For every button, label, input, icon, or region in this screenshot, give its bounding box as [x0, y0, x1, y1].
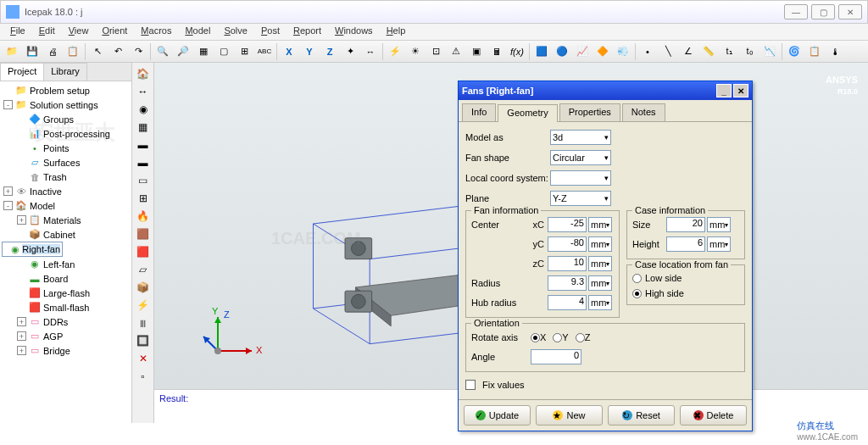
tool-open[interactable]: 📁 — [3, 42, 21, 61]
fan-shape-select[interactable]: Circular — [550, 150, 611, 165]
xc-unit[interactable]: mm — [588, 217, 612, 232]
tree-item-bridge[interactable]: +▭Bridge — [2, 343, 130, 358]
obj-enclosure-icon[interactable]: 📦 — [136, 280, 151, 295]
tool-cursor[interactable]: ↖ — [88, 42, 107, 61]
axis-y[interactable]: Y — [300, 42, 319, 61]
menu-post[interactable]: Post — [254, 24, 287, 40]
menu-solve[interactable]: Solve — [217, 24, 254, 40]
tool-redo[interactable]: ↷ — [129, 42, 147, 61]
tool-zoomarea[interactable]: 🔍 — [153, 42, 172, 61]
obj-vent-icon[interactable]: ▦ — [136, 120, 151, 135]
tool-pt[interactable]: • — [638, 42, 657, 61]
minimize-button[interactable]: — — [784, 4, 808, 19]
high-side-radio[interactable] — [632, 289, 642, 298]
zc-unit[interactable]: mm — [588, 256, 612, 271]
tool-therm[interactable]: 🌡 — [826, 42, 844, 61]
obj-grille-icon[interactable]: ⊞ — [136, 191, 151, 206]
dialog-minimize-button[interactable]: _ — [716, 84, 732, 97]
update-button[interactable]: ✓Update — [464, 405, 531, 426]
xc-input[interactable]: -25 — [548, 217, 587, 232]
menu-file[interactable]: File — [3, 24, 32, 40]
menu-model[interactable]: Model — [178, 24, 217, 40]
zc-input[interactable]: 10 — [548, 256, 587, 271]
rot-x-radio[interactable] — [531, 333, 540, 342]
tool-fx[interactable]: f(x) — [508, 42, 526, 61]
tool-post2[interactable]: 🔵 — [553, 42, 571, 61]
axis-iso[interactable]: ✦ — [341, 42, 359, 61]
tool-warn[interactable]: ⚠ — [447, 42, 465, 61]
yc-input[interactable]: -80 — [548, 236, 587, 252]
tab-project[interactable]: Project — [0, 63, 44, 81]
axis-z[interactable]: Z — [320, 42, 339, 61]
plane-select[interactable]: Y-Z — [550, 191, 611, 206]
obj-wall-icon[interactable]: ▬ — [136, 137, 151, 153]
tree-item-left-fan[interactable]: ◉Left-fan — [2, 257, 130, 271]
tool-post1[interactable]: 🟦 — [532, 42, 551, 61]
obj-block-icon[interactable]: 🟥 — [136, 244, 151, 259]
tree-item-solution-settings[interactable]: -📁Solution settings — [2, 97, 130, 112]
tab-library[interactable]: Library — [43, 63, 87, 81]
tool-plot[interactable]: 📉 — [760, 42, 779, 61]
tool-post4[interactable]: 🔶 — [593, 42, 612, 61]
close-button[interactable]: ✕ — [838, 4, 862, 19]
tree-item-post-processing[interactable]: 📊Post-processing — [2, 126, 130, 141]
fix-values-check[interactable] — [465, 380, 476, 390]
tool-ruler[interactable]: 📏 — [699, 42, 718, 61]
rot-z-radio[interactable] — [576, 333, 585, 342]
tool-ortho[interactable]: ↔ — [361, 42, 380, 61]
tool-view2[interactable]: ▢ — [214, 42, 233, 61]
tool-cfd[interactable]: 🌀 — [785, 42, 804, 61]
menu-view[interactable]: View — [62, 24, 96, 40]
tool-calc[interactable]: 🖩 — [487, 42, 506, 61]
size-input[interactable]: 20 — [666, 217, 705, 232]
tool-radiation[interactable]: ⚡ — [386, 42, 404, 61]
tool-line[interactable]: ╲ — [659, 42, 677, 61]
radius-input[interactable]: 9.3 — [548, 275, 587, 291]
tree-item-groups[interactable]: 🔷Groups — [2, 112, 130, 126]
tool-summary[interactable]: 📋 — [805, 42, 824, 61]
rot-y-radio[interactable] — [553, 333, 562, 342]
menu-windows[interactable]: Windows — [328, 24, 380, 40]
tree-item-right-fan[interactable]: ◉Right-fan — [2, 242, 63, 257]
tool-t0[interactable]: t₀ — [740, 42, 759, 61]
tool-post3[interactable]: 📈 — [573, 42, 592, 61]
tree-item-large-flash[interactable]: 🟥Large-flash — [2, 286, 130, 300]
obj-cancel-icon[interactable]: ✕ — [136, 351, 151, 366]
menu-edit[interactable]: Edit — [32, 24, 62, 40]
tree-item-cabinet[interactable]: 📦Cabinet — [2, 227, 130, 242]
maximize-button[interactable]: ▢ — [811, 4, 835, 19]
tool-view3[interactable]: ⊞ — [235, 42, 253, 61]
dialog-tab-geometry[interactable]: Geometry — [498, 104, 557, 122]
obj-open-icon[interactable]: ▭ — [136, 173, 151, 188]
tool-post5[interactable]: 💨 — [614, 42, 632, 61]
menu-report[interactable]: Report — [287, 24, 328, 40]
tree-item-trash[interactable]: 🗑Trash — [2, 170, 130, 184]
menu-macros[interactable]: Macros — [134, 24, 178, 40]
tree-item-small-flash[interactable]: 🟥Small-flash — [2, 300, 130, 314]
tool-mesh[interactable]: ⊡ — [426, 42, 445, 61]
obj-plate-icon[interactable]: ▱ — [136, 262, 151, 277]
axis-x[interactable]: X — [280, 42, 298, 61]
tree-item-inactive[interactable]: +👁Inactive — [2, 184, 130, 198]
obj-model-icon[interactable]: 🏠 — [136, 66, 151, 81]
size-unit[interactable]: mm — [707, 217, 731, 232]
obj-source-icon[interactable]: 🔥 — [136, 209, 151, 224]
tree-item-materials[interactable]: +📋Materials — [2, 213, 130, 227]
dialog-tab-info[interactable]: Info — [462, 103, 496, 121]
delete-button[interactable]: ✖Delete — [680, 405, 747, 426]
tool-solar[interactable]: ☀ — [406, 42, 425, 61]
tool-solve[interactable]: ▣ — [467, 42, 486, 61]
tool-zoomin[interactable]: 🔎 — [174, 42, 192, 61]
tree-item-points[interactable]: •Points — [2, 141, 130, 155]
tool-save[interactable]: 💾 — [23, 42, 42, 61]
tool-abc[interactable]: ABC — [255, 42, 274, 61]
obj-pcb-icon[interactable]: 🟫 — [136, 226, 151, 242]
tool-ang[interactable]: ∠ — [679, 42, 698, 61]
obj-pkg-icon[interactable]: 🔲 — [136, 333, 151, 348]
tree-item-surfaces[interactable]: ▱Surfaces — [2, 155, 130, 170]
height-unit[interactable]: mm — [707, 236, 731, 252]
menu-orient[interactable]: Orient — [95, 24, 134, 40]
tool-print[interactable]: 🖨 — [43, 42, 62, 61]
tool-printopt[interactable]: 📋 — [64, 42, 82, 61]
tree-item-model[interactable]: -🏠Model — [2, 198, 130, 213]
